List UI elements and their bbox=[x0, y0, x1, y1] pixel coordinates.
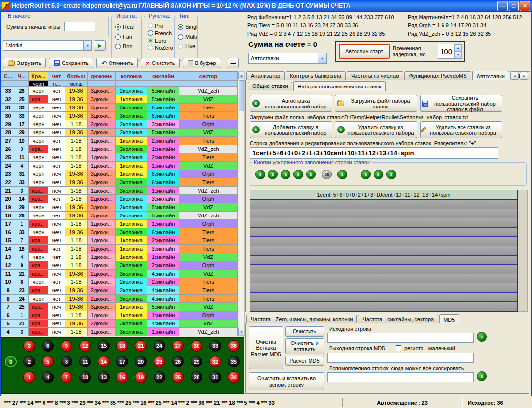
board-number-25[interactable]: 25 bbox=[172, 371, 184, 383]
md5-aux-input[interactable] bbox=[327, 372, 474, 382]
bet-list-row[interactable] bbox=[250, 218, 517, 228]
table-row[interactable]: 2917черннеч1-182дюжи...2колонка3сиклайнO… bbox=[1, 120, 238, 129]
close-button[interactable]: × bbox=[520, 1, 530, 11]
board-number-13[interactable]: 13 bbox=[98, 371, 110, 383]
table-row[interactable]: 824чернчет19-362дюжи...3колонка4сиклайнT… bbox=[1, 295, 238, 303]
board-number-24[interactable]: 24 bbox=[154, 340, 165, 352]
board-number-5[interactable]: 5 bbox=[42, 356, 54, 367]
table-row[interactable]: 2710чернчет1-181дюжи...1колонка2сиклайнT… bbox=[1, 137, 238, 145]
toolbar-folder-button[interactable]: Загрузить bbox=[3, 58, 46, 68]
quick-coin-button-8[interactable]: $ bbox=[374, 170, 383, 179]
main-tab-1[interactable]: Контроль банкролла bbox=[286, 71, 346, 80]
board-number-16[interactable]: 16 bbox=[116, 371, 128, 383]
table-row[interactable]: 213кра...неч1-181дюжи...3колонка1сиклайн… bbox=[1, 187, 238, 195]
toolbar-erase-button[interactable]: ×Очистить bbox=[141, 58, 179, 68]
paste-coin-button[interactable]: $ bbox=[477, 371, 487, 381]
main-tab-4[interactable]: Автоставки bbox=[472, 71, 509, 81]
bet-list-row[interactable] bbox=[250, 228, 517, 237]
autobet-combo[interactable]: Автоставки ▼ bbox=[248, 53, 327, 64]
board-number-2[interactable]: 2 bbox=[23, 356, 35, 367]
main-tab-2[interactable]: Частоты по числам bbox=[347, 71, 403, 80]
board-number-17[interactable]: 17 bbox=[116, 356, 128, 367]
autospin-start-button[interactable]: Автоспин старт bbox=[339, 44, 390, 59]
quick-coin-button-2[interactable]: $ bbox=[281, 170, 290, 179]
tab-scroll-right-icon[interactable]: ► bbox=[520, 72, 528, 80]
radio-french[interactable]: French bbox=[148, 29, 171, 37]
play-button[interactable]: ▶ bbox=[94, 40, 106, 51]
board-number-9[interactable]: 9 bbox=[61, 340, 72, 352]
set-button[interactable]: Добавить ставку в пользовательский набор bbox=[250, 121, 332, 138]
bet-string-input[interactable] bbox=[250, 147, 498, 159]
board-number-26[interactable]: 26 bbox=[172, 356, 184, 367]
quick-coin-button-0[interactable]: $ bbox=[255, 170, 265, 179]
quick-coin-button-9[interactable]: $ bbox=[386, 170, 396, 179]
quick-coin-button-6[interactable]: $ bbox=[337, 170, 347, 179]
quick-coin-button-1[interactable]: $ bbox=[268, 170, 278, 179]
board-number-29[interactable]: 29 bbox=[191, 356, 202, 367]
calc-md5-button[interactable]: Расчет MD5 bbox=[285, 356, 324, 366]
board-number-32[interactable]: 32 bbox=[209, 356, 221, 367]
board-number-31[interactable]: 31 bbox=[209, 371, 221, 383]
set-button[interactable]: Сохранить пользовательский набор ставок … bbox=[420, 95, 502, 112]
scroll-down-icon[interactable]: ▼ bbox=[238, 328, 244, 335]
table-row[interactable]: 3225кра...неч19-363дюжи...1колонка5сикла… bbox=[1, 95, 238, 104]
board-number-35[interactable]: 35 bbox=[228, 356, 240, 367]
table-row[interactable]: 157кра...неч1-181дюжи...1колонка2сиклайн… bbox=[1, 236, 238, 245]
table-row[interactable]: 1416кра...чет1-182дюжи...1колонка3сиклай… bbox=[1, 245, 238, 253]
spinner-down-icon[interactable]: ▼ bbox=[454, 51, 462, 58]
board-number-4[interactable]: 4 bbox=[42, 371, 54, 383]
radio-live[interactable]: Live bbox=[178, 42, 196, 51]
scroll-up-icon[interactable]: ▲ bbox=[238, 72, 244, 79]
lowercase-checkbox[interactable] bbox=[396, 345, 401, 351]
radio-multi[interactable]: Multi bbox=[178, 32, 196, 42]
radio-pro[interactable]: Pro bbox=[148, 22, 171, 29]
collapse-button[interactable]: — bbox=[228, 58, 239, 68]
table-row[interactable]: 923кра...неч19-362дюжи...2колонка4сиклай… bbox=[1, 286, 238, 295]
bet-list-row[interactable] bbox=[250, 302, 517, 311]
table-row[interactable]: 725кра...неч19-363дюжи...1колонка5сиклай… bbox=[1, 303, 238, 311]
board-number-22[interactable]: 22 bbox=[154, 371, 165, 383]
set-button[interactable]: Автоставка пользовательский набор bbox=[250, 95, 332, 112]
md5-macro-button[interactable]: Очистка Вставка Расчет MD5 bbox=[249, 326, 283, 369]
toolbar-undo-button[interactable]: ↶Отменить bbox=[96, 58, 138, 68]
table-row[interactable]: 2331черннеч19-363дюжи...1колонка6сиклайн… bbox=[1, 170, 238, 178]
table-row[interactable]: 3326чернчет19-363дюжи...2колонка5сиклайн… bbox=[1, 87, 238, 95]
table-row[interactable]: 108чернчет1-181дюжи...2колонка2сиклайнTi… bbox=[1, 278, 238, 286]
board-number-11[interactable]: 11 bbox=[79, 356, 91, 367]
quick-coin-button-5[interactable]: 5$ bbox=[322, 170, 332, 179]
tab-scroll-left-icon[interactable]: ◄ bbox=[510, 72, 519, 80]
board-number-33[interactable]: 33 bbox=[209, 340, 221, 352]
delay-spinner[interactable]: 100 ▲ ▼ bbox=[438, 44, 462, 59]
board-number-28[interactable]: 28 bbox=[191, 371, 202, 383]
table-row[interactable]: 3133черннеч19-363дюжи...3колонка6сиклайн… bbox=[1, 104, 238, 112]
board-number-27[interactable]: 27 bbox=[172, 340, 184, 352]
quick-coin-button-3[interactable]: $ bbox=[293, 170, 303, 179]
sub-tab-1[interactable]: Наборы пользовательских ставок bbox=[293, 81, 386, 91]
table-row[interactable]: 2511черннеч1-181дюжи...2колонка2сиклайнT… bbox=[1, 153, 238, 162]
bet-list-row[interactable] bbox=[250, 293, 517, 302]
radio-singl[interactable]: Singl bbox=[178, 22, 196, 32]
radio-fan[interactable]: Fan bbox=[115, 32, 140, 42]
slot-combo[interactable]: 1slotka ▼ bbox=[3, 40, 92, 51]
bet-list-row[interactable] bbox=[250, 283, 517, 293]
board-number-30[interactable]: 30 bbox=[191, 340, 202, 352]
board-number-12[interactable]: 12 bbox=[79, 340, 91, 352]
table-row[interactable]: 1826чернчет19-363дюжи...2колонка5сиклайн… bbox=[1, 212, 238, 220]
board-number-34[interactable]: 34 bbox=[228, 371, 240, 383]
board-number-23[interactable]: 23 bbox=[154, 356, 165, 367]
bottom-tab-1[interactable]: Частота - сиклайны, сектора bbox=[358, 315, 438, 323]
radio-bon[interactable]: Bon bbox=[115, 42, 140, 51]
scroll-thumb[interactable] bbox=[239, 80, 244, 111]
main-tab-3[interactable]: Функционал PsevdoMS bbox=[404, 71, 471, 80]
set-button[interactable]: Загрузить файл набора ставок bbox=[335, 95, 417, 112]
board-number-15[interactable]: 15 bbox=[98, 340, 110, 352]
quick-coin-button-7[interactable]: $ bbox=[361, 170, 371, 179]
toolbar-disk-button[interactable]: Сохранить bbox=[49, 58, 93, 68]
bet-list-row[interactable] bbox=[250, 256, 517, 265]
board-number-0[interactable]: 0 bbox=[5, 356, 17, 367]
clear-button[interactable]: Очистить bbox=[285, 326, 324, 337]
table-row[interactable]: 2233черннеч19-363дюжи...3колонка6сиклайн… bbox=[1, 178, 238, 187]
table-row[interactable]: 2829черннеч19-363дюжи...2колонка5сиклайн… bbox=[1, 129, 238, 137]
bet-list-row[interactable] bbox=[250, 237, 517, 246]
radio-real[interactable]: Real bbox=[115, 22, 140, 32]
